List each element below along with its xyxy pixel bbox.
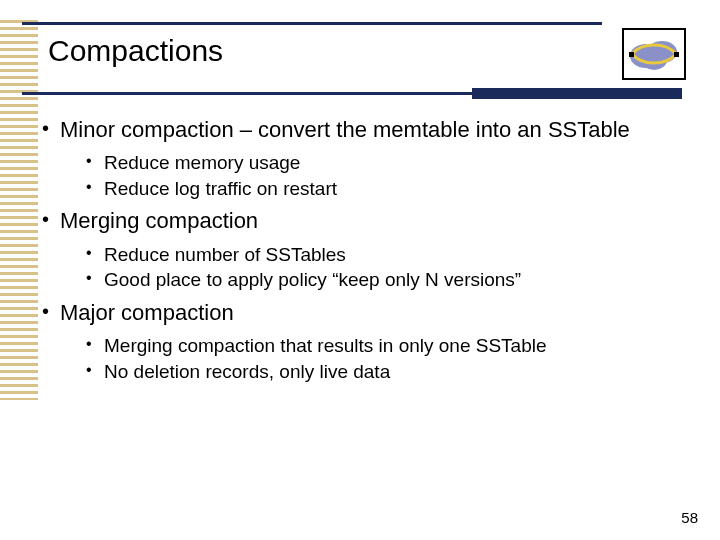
svg-rect-4 (674, 52, 679, 57)
sub-bullet: Reduce number of SSTables (60, 242, 688, 268)
svg-rect-3 (629, 52, 634, 57)
bullet-merging-compaction: Merging compaction Reduce number of SSTa… (38, 207, 688, 292)
sub-bullet: No deletion records, only live data (60, 359, 688, 385)
rule-under-title (22, 85, 682, 101)
rule-top (22, 22, 602, 25)
bigtable-logo-icon (622, 28, 686, 80)
sub-bullet: Reduce log traffic on restart (60, 176, 688, 202)
bullet-text: Major compaction (60, 300, 234, 325)
bullet-text: Minor compaction – convert the memtable … (60, 117, 630, 142)
bullet-text: Merging compaction (60, 208, 258, 233)
sub-bullet: Good place to apply policy “keep only N … (60, 267, 688, 293)
bullet-minor-compaction: Minor compaction – convert the memtable … (38, 116, 688, 201)
slide-title: Compactions (48, 34, 229, 68)
slide-body: Minor compaction – convert the memtable … (38, 116, 688, 390)
page-number: 58 (681, 509, 698, 526)
sub-bullet: Reduce memory usage (60, 150, 688, 176)
bullet-major-compaction: Major compaction Merging compaction that… (38, 299, 688, 384)
comb-binding-decoration (0, 20, 38, 400)
sub-bullet: Merging compaction that results in only … (60, 333, 688, 359)
